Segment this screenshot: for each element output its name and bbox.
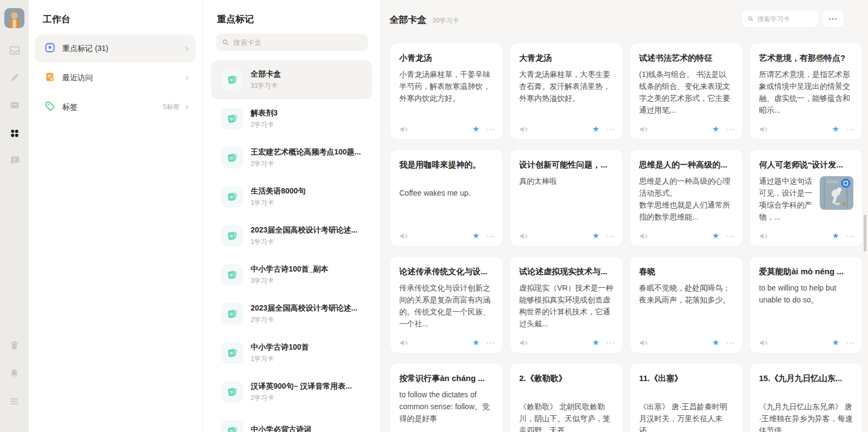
study-card[interactable]: 我是用咖啡來提神的。 Coffee wakes me up. ★··· (391, 150, 502, 246)
card-title: 小青龙汤 (399, 53, 494, 63)
card-more-icon[interactable]: ··· (487, 126, 495, 133)
card-more-icon[interactable]: ··· (487, 339, 495, 346)
deck-count: 31学习卡 (251, 81, 281, 91)
deck-search[interactable] (216, 34, 368, 51)
card-more-icon[interactable]: ··· (607, 126, 615, 133)
audio-icon[interactable] (399, 338, 409, 347)
audio-icon[interactable] (759, 338, 768, 347)
audio-icon[interactable] (519, 231, 528, 241)
study-card[interactable]: 按常识行事àn cháng ... to follow the dictates… (391, 364, 502, 432)
card-more-icon[interactable]: ··· (726, 233, 735, 240)
card-body: 小青龙汤麻桂草，干姜辛味半芍药，解表散寒温肺饮，外寒内饮此方好。 (399, 68, 494, 104)
deck-name: 生活美语8000句 (251, 186, 305, 196)
workspace-item-highlights[interactable]: 重点标记 (31) › (35, 35, 195, 62)
deck-item[interactable]: 中小学古诗100首_副本3学习卡 (211, 255, 372, 294)
deck-panel-title: 重点标记 (217, 13, 380, 25)
apps-grid-icon[interactable] (9, 127, 20, 139)
audio-icon[interactable] (639, 125, 648, 134)
star-icon[interactable]: ★ (473, 339, 480, 347)
deck-item[interactable]: 解表剂32学习卡 (211, 99, 372, 138)
flashcards-icon[interactable] (9, 99, 20, 111)
star-icon[interactable]: ★ (592, 125, 599, 133)
deck-name: 中小学古诗100首_副本 (251, 265, 328, 274)
card-more-icon[interactable]: ··· (607, 339, 615, 346)
deck-cards-icon (221, 264, 243, 286)
star-icon[interactable]: ★ (832, 125, 839, 133)
study-card[interactable]: 设计创新可能性问题，... 真的太棒啦 ★··· (510, 150, 622, 246)
card-body: 传承传统文化与设计创新之间的关系是复杂而富有内涵的。传统文化是一个民族、一个社.… (399, 282, 494, 330)
pen-icon[interactable] (9, 72, 20, 83)
audio-icon[interactable] (759, 125, 768, 134)
audio-icon[interactable] (639, 231, 648, 241)
study-card[interactable]: 试论述虚拟现实技术与... 虚拟现实（VR）技术是一种能够模拟真实环境或创造虚构… (510, 257, 622, 353)
deck-item[interactable]: 汉译英900句– 汉译音常用表...2学习卡 (211, 372, 372, 411)
deck-item[interactable]: 中小学古诗100首1学习卡 (211, 333, 372, 372)
study-card[interactable]: 试述书法艺术的特征 (1)线条与组合。 书法是以线条的组合、变化来表现文字之美的… (630, 43, 742, 139)
study-card[interactable]: 何人可老师说“设计发... 通过题中这句话可见，设计是一项综合学科的产物，... (750, 150, 862, 246)
recent-doc-clock-icon (44, 72, 55, 85)
audio-icon[interactable] (399, 231, 409, 241)
cards-area: 全部卡盒 30学习卡 ··· 小青龙汤 小青龙汤麻桂草，干姜辛味半芍药，解表散寒… (380, 0, 868, 432)
deck-count: 2学习卡 (251, 315, 358, 325)
star-icon[interactable]: ★ (592, 232, 599, 240)
study-card[interactable]: 小青龙汤 小青龙汤麻桂草，干姜辛味半芍药，解表散寒温肺饮，外寒内饮此方好。 ★·… (391, 43, 502, 139)
star-icon[interactable]: ★ (592, 339, 599, 347)
deck-search-input[interactable] (233, 38, 362, 47)
study-card[interactable]: 11.《出塞》 《出塞》 唐·王昌龄秦时明月汉时关，万里长征人未还... ★··… (630, 364, 742, 432)
card-more-icon[interactable]: ··· (846, 233, 855, 240)
deck-cards-icon (221, 147, 243, 169)
audio-icon[interactable] (399, 125, 409, 134)
study-card[interactable]: 思维是人的一种高级的... 思维是人的一种高级的心理活动形式。 数学思维也就是人… (630, 150, 742, 246)
scrollbar-thumb[interactable] (864, 215, 866, 252)
audio-icon[interactable] (639, 338, 648, 347)
card-more-icon[interactable]: ··· (846, 339, 855, 346)
deck-cards-icon (221, 69, 243, 91)
deck-item[interactable]: 中小学必背古诗词 (211, 411, 372, 432)
study-card[interactable]: 爱莫能助ài mò néng ... to be willing to help… (750, 257, 862, 353)
study-card[interactable]: 论述传承传统文化与设... 传承传统文化与设计创新之间的关系是复杂而富有内涵的。… (391, 257, 502, 353)
avatar-image (4, 8, 24, 28)
card-more-icon[interactable]: ··· (487, 233, 495, 240)
deck-name: 中小学古诗100首 (251, 343, 309, 352)
deck-name: 2023届全国高校设计考研论述... (251, 304, 358, 313)
study-card[interactable]: 艺术意境，有那些特点? 所谓艺术意境，是指艺术形象或情境中呈现出的情景交融、虚实… (750, 43, 862, 139)
inbox-icon[interactable] (9, 44, 20, 56)
audio-icon[interactable] (759, 231, 768, 241)
study-card[interactable]: 春晓 春眠不觉晓，处处闻啼鸟； 夜来风雨声，花落知多少。 ★··· (630, 257, 742, 353)
study-card[interactable]: 大青龙汤 大青龙汤麻桂草，大枣生姜杏石膏。发汗解表清里热，外寒内热溢饮好。 ★·… (510, 43, 622, 139)
deck-item[interactable]: 王宏建艺术概论高频考点100题...2学习卡 (211, 138, 372, 177)
star-icon[interactable]: ★ (832, 232, 839, 240)
deck-item[interactable]: 2023届全国高校设计考研论述...1学习卡 (211, 216, 372, 255)
study-card[interactable]: 15.《九月九日忆山东... 《九月九日忆山东兄弟》 唐·王维独在异乡为异客，每… (750, 364, 862, 432)
audio-icon[interactable] (519, 125, 528, 134)
workspace-item-label: 标签 (62, 102, 78, 112)
deck-item[interactable]: 全部卡盒31学习卡 (211, 60, 372, 99)
card-more-icon[interactable]: ··· (846, 126, 855, 133)
card-title: 思维是人的一种高级的... (639, 160, 733, 170)
card-more-icon[interactable]: ··· (607, 233, 615, 240)
star-icon[interactable]: ★ (712, 125, 719, 133)
trash-icon[interactable] (9, 339, 20, 351)
star-icon[interactable]: ★ (473, 125, 480, 133)
card-more-icon[interactable]: ··· (726, 126, 735, 133)
workspace-item-tags[interactable]: 标签 5标签 › (35, 93, 195, 121)
star-icon[interactable]: ★ (473, 232, 480, 240)
star-icon[interactable]: ★ (712, 339, 719, 347)
menu-icon[interactable] (9, 396, 20, 407)
user-avatar[interactable] (4, 8, 24, 28)
deck-item[interactable]: 生活美语8000句1学习卡 (211, 177, 372, 216)
workspace-item-recent[interactable]: 最近访问 › (35, 64, 195, 92)
more-button[interactable]: ··· (823, 10, 844, 27)
feedback-icon[interactable] (9, 154, 20, 166)
bell-icon[interactable] (9, 367, 20, 379)
deck-count: 1学习卡 (251, 354, 309, 364)
deck-item[interactable]: 2023届全国高校设计考研论述...2学习卡 (211, 294, 372, 333)
card-search-input[interactable] (757, 15, 813, 23)
card-search[interactable] (742, 10, 818, 27)
star-icon[interactable]: ★ (832, 339, 839, 347)
audio-icon[interactable] (519, 338, 528, 347)
star-icon[interactable]: ★ (712, 232, 719, 240)
study-card[interactable]: 2.《敕勒歌》 《敕勒歌》 北朝民歌敕勒川，阴山下。天似穹庐，笼盖四野。天苍..… (510, 364, 622, 432)
card-more-icon[interactable]: ··· (726, 339, 735, 346)
card-title: 爱莫能助ài mò néng ... (759, 267, 853, 277)
